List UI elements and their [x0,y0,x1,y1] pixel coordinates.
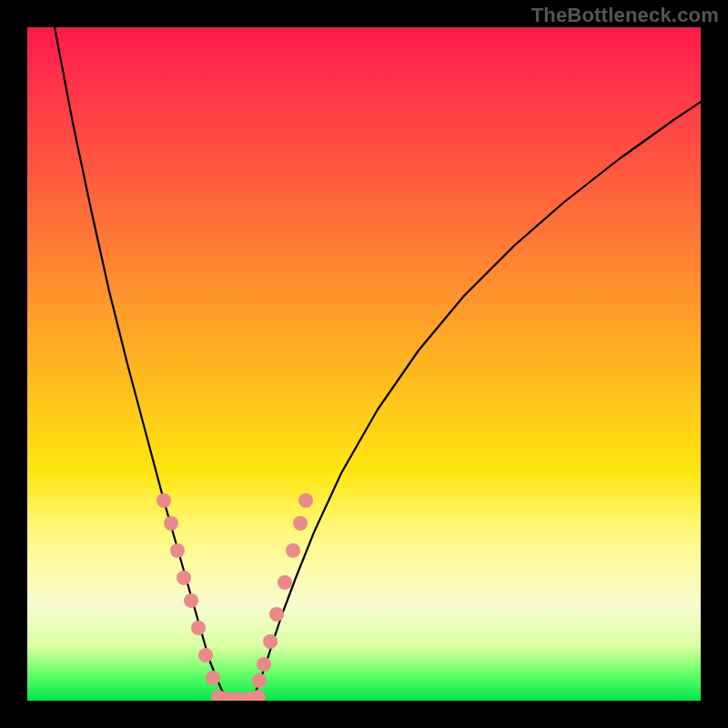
marker-dot [184,593,198,608]
marker-dot [252,673,267,688]
marker-dot [257,657,271,672]
marker-dot [269,607,284,622]
series-left-curve [55,27,226,699]
marker-dot [198,648,213,662]
series-right-curve [253,102,701,699]
watermark-label: TheBottleneck.com [531,4,719,27]
marker-dot [164,516,178,531]
marker-dot [177,571,191,585]
marker-dot [191,621,206,635]
curve-paths [55,27,701,699]
curve-layer [27,27,701,701]
marker-dot [286,543,300,558]
marker-dot [251,690,266,701]
chart-frame: TheBottleneck.com [0,0,728,728]
marker-dot [206,671,220,685]
marker-dot [263,634,278,649]
marker-dot [293,516,308,531]
marker-dot [157,493,171,508]
marker-dot [298,493,313,508]
plot-area [27,27,701,701]
marker-dot [170,543,185,558]
marker-dot [278,575,292,590]
